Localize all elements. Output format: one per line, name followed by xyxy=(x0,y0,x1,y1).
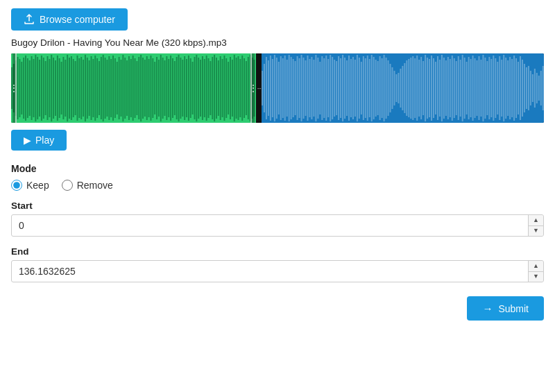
remove-label: Remove xyxy=(77,180,113,191)
svg-rect-208 xyxy=(437,56,438,120)
svg-rect-241 xyxy=(505,58,506,119)
svg-rect-67 xyxy=(144,60,146,117)
svg-rect-116 xyxy=(241,56,243,121)
svg-rect-80 xyxy=(170,56,171,121)
svg-rect-58 xyxy=(126,60,128,116)
svg-rect-50 xyxy=(110,59,112,117)
svg-rect-245 xyxy=(513,56,515,121)
svg-rect-164 xyxy=(346,60,348,116)
svg-rect-247 xyxy=(518,62,519,114)
start-spin-down[interactable]: ▼ xyxy=(529,226,543,237)
svg-rect-117 xyxy=(244,58,245,118)
svg-rect-234 xyxy=(491,59,493,117)
svg-rect-31 xyxy=(73,59,74,117)
start-spin-buttons: ▲ ▼ xyxy=(528,215,543,236)
svg-rect-206 xyxy=(433,58,434,118)
svg-rect-103 xyxy=(216,58,217,119)
keep-radio[interactable] xyxy=(11,180,22,191)
svg-rect-253 xyxy=(530,71,531,105)
svg-rect-166 xyxy=(350,59,352,117)
svg-rect-36 xyxy=(83,60,84,117)
keep-option[interactable]: Keep xyxy=(11,180,49,191)
browse-computer-button[interactable]: Browse computer xyxy=(11,8,128,31)
svg-rect-38 xyxy=(87,58,88,119)
svg-rect-254 xyxy=(532,74,533,102)
start-spin-up[interactable]: ▲ xyxy=(529,215,543,226)
svg-rect-7 xyxy=(25,56,26,121)
file-name: Bugoy Drilon - Having You Near Me (320 k… xyxy=(11,37,544,48)
svg-rect-24 xyxy=(59,58,60,118)
upload-icon xyxy=(24,14,35,25)
svg-rect-174 xyxy=(367,56,368,121)
svg-rect-129 xyxy=(274,55,275,121)
submit-row: → Submit xyxy=(11,296,544,321)
waveform-green-svg xyxy=(11,53,256,123)
end-spin-up[interactable]: ▲ xyxy=(529,261,543,272)
waveform-left-handle[interactable] xyxy=(12,53,17,123)
svg-rect-200 xyxy=(420,57,422,119)
arrow-icon: → xyxy=(482,302,493,314)
start-input[interactable] xyxy=(12,215,528,236)
waveform-display xyxy=(11,53,544,123)
svg-rect-98 xyxy=(206,56,207,121)
svg-rect-109 xyxy=(228,62,229,114)
svg-rect-239 xyxy=(501,60,502,117)
svg-rect-213 xyxy=(447,57,449,119)
svg-rect-16 xyxy=(43,58,44,119)
svg-rect-237 xyxy=(497,62,499,114)
svg-rect-25 xyxy=(61,62,62,114)
svg-rect-44 xyxy=(99,61,100,115)
svg-rect-99 xyxy=(208,58,210,118)
svg-rect-57 xyxy=(124,58,126,119)
svg-rect-250 xyxy=(524,64,525,112)
svg-rect-201 xyxy=(422,61,424,115)
svg-rect-124 xyxy=(264,64,265,112)
svg-rect-83 xyxy=(176,57,178,119)
svg-rect-82 xyxy=(174,61,176,115)
svg-rect-236 xyxy=(495,58,497,118)
end-input[interactable] xyxy=(12,261,528,282)
svg-rect-165 xyxy=(348,56,350,121)
svg-rect-53 xyxy=(117,62,118,114)
svg-rect-90 xyxy=(190,58,191,118)
svg-rect-115 xyxy=(239,59,241,117)
svg-rect-224 xyxy=(470,59,472,117)
submit-button[interactable]: → Submit xyxy=(467,296,544,321)
svg-rect-176 xyxy=(371,55,373,121)
play-button[interactable]: ▶ Play xyxy=(11,130,67,151)
end-spin-down[interactable]: ▼ xyxy=(529,272,543,282)
remove-option[interactable]: Remove xyxy=(62,180,113,191)
play-icon: ▶ xyxy=(24,135,31,146)
svg-rect-147 xyxy=(311,57,313,119)
svg-rect-186 xyxy=(392,67,393,109)
start-input-wrap: ▲ ▼ xyxy=(11,214,544,237)
svg-rect-47 xyxy=(105,58,106,119)
svg-rect-85 xyxy=(180,58,181,119)
svg-rect-259 xyxy=(543,66,544,110)
svg-rect-221 xyxy=(464,58,466,119)
remove-radio[interactable] xyxy=(62,180,73,191)
svg-rect-76 xyxy=(162,58,164,119)
svg-rect-42 xyxy=(94,56,96,121)
svg-rect-181 xyxy=(382,58,383,118)
svg-rect-75 xyxy=(160,55,162,121)
svg-rect-169 xyxy=(357,55,358,121)
svg-rect-87 xyxy=(184,56,185,120)
svg-rect-96 xyxy=(202,56,203,120)
svg-rect-71 xyxy=(152,58,153,118)
svg-rect-258 xyxy=(540,71,542,105)
start-field-label: Start xyxy=(11,201,544,211)
end-field-label: End xyxy=(11,246,544,257)
svg-rect-60 xyxy=(130,59,132,117)
svg-rect-252 xyxy=(528,66,529,110)
svg-rect-113 xyxy=(236,58,237,119)
svg-rect-30 xyxy=(71,56,72,120)
svg-rect-13 xyxy=(37,57,38,119)
svg-rect-146 xyxy=(309,59,311,117)
waveform-right-handle[interactable] xyxy=(250,53,255,123)
svg-rect-130 xyxy=(276,58,278,119)
svg-rect-180 xyxy=(379,56,381,120)
mode-label: Mode xyxy=(11,163,544,174)
svg-rect-128 xyxy=(272,59,273,117)
svg-rect-175 xyxy=(369,59,370,117)
